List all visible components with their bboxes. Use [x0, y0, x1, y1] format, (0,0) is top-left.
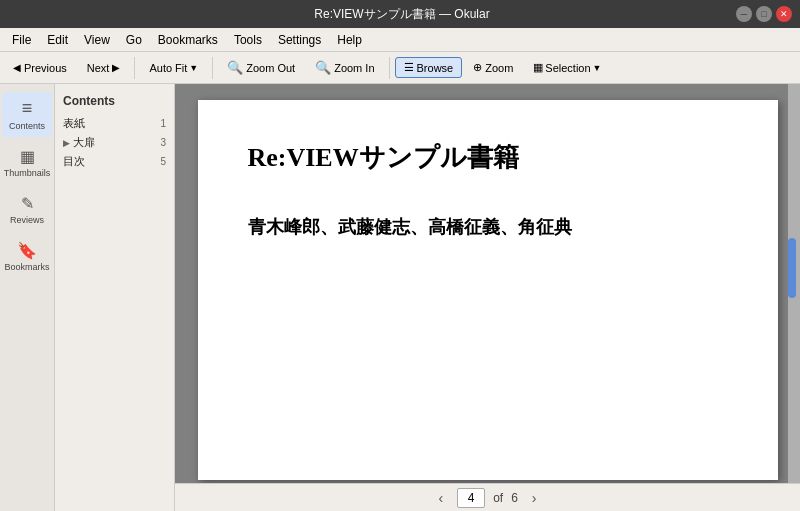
list-item[interactable]: ▶ 大扉 3: [55, 133, 174, 152]
next-label: Next: [87, 62, 110, 74]
contents-panel: Contents 表紙 1 ▶ 大扉 3 目次 5: [55, 84, 174, 511]
menu-go[interactable]: Go: [118, 31, 150, 49]
sidebar-item-contents[interactable]: ≡ Contents: [2, 92, 52, 137]
auto-fit-label: Auto Fit: [149, 62, 187, 74]
page-next-button[interactable]: ›: [526, 488, 543, 508]
contents-item-page: 3: [160, 137, 166, 148]
zoom-in-button[interactable]: 🔍 Zoom In: [306, 56, 383, 79]
auto-fit-button[interactable]: Auto Fit ▼: [140, 58, 207, 78]
zoom-icon: ⊕: [473, 61, 482, 74]
sidebar-contents-label: Contents: [9, 121, 45, 131]
page-prev-button[interactable]: ‹: [432, 488, 449, 508]
pdf-page: Re:VIEWサンプル書籍 青木峰郎、武藤健志、高橋征義、角征典: [198, 100, 778, 480]
contents-item-label: 表紙: [63, 116, 160, 131]
list-item[interactable]: 表紙 1: [55, 114, 174, 133]
page-number-input[interactable]: [457, 488, 485, 508]
menu-help[interactable]: Help: [329, 31, 370, 49]
bookmarks-icon: 🔖: [17, 241, 37, 260]
selection-arrow: ▼: [593, 63, 602, 73]
main-area: ≡ Contents ▦ Thumbnails ✎ Reviews 🔖 Book…: [0, 84, 800, 511]
menubar: File Edit View Go Bookmarks Tools Settin…: [0, 28, 800, 52]
zoom-out-label: Zoom Out: [246, 62, 295, 74]
menu-tools[interactable]: Tools: [226, 31, 270, 49]
zoom-out-icon: 🔍: [227, 60, 243, 75]
total-pages: 6: [511, 491, 518, 505]
list-item[interactable]: 目次 5: [55, 152, 174, 171]
expand-icon: ▶: [63, 138, 70, 148]
zoom-out-button[interactable]: 🔍 Zoom Out: [218, 56, 304, 79]
next-button[interactable]: Next ▶: [78, 58, 130, 78]
auto-fit-arrow: ▼: [189, 63, 198, 73]
page-of-label: of: [493, 491, 503, 505]
previous-label: Previous: [24, 62, 67, 74]
contents-item-label: 大扉: [73, 135, 160, 150]
pdf-authors: 青木峰郎、武藤健志、高橋征義、角征典: [248, 215, 728, 239]
close-button[interactable]: ✕: [776, 6, 792, 22]
thumbnails-icon: ▦: [20, 147, 35, 166]
sidebar-item-reviews[interactable]: ✎ Reviews: [2, 188, 52, 231]
contents-item-page: 1: [160, 118, 166, 129]
sidebar-inner: ≡ Contents ▦ Thumbnails ✎ Reviews 🔖 Book…: [0, 84, 174, 511]
sidebar: ≡ Contents ▦ Thumbnails ✎ Reviews 🔖 Book…: [0, 84, 175, 511]
separator-1: [134, 57, 135, 79]
toolbar: ◀ Previous Next ▶ Auto Fit ▼ 🔍 Zoom Out …: [0, 52, 800, 84]
zoom-in-icon: 🔍: [315, 60, 331, 75]
window-controls: ─ □ ✕: [736, 6, 792, 22]
scrollbar-thumb[interactable]: [788, 238, 796, 298]
titlebar-title: Re:VIEWサンプル書籍 — Okular: [68, 6, 736, 23]
viewer-container: Re:VIEWサンプル書籍 青木峰郎、武藤健志、高橋征義、角征典 ‹ of 6 …: [175, 84, 800, 511]
sidebar-reviews-label: Reviews: [10, 215, 44, 225]
selection-button[interactable]: ▦ Selection ▼: [524, 57, 610, 78]
zoom-in-label: Zoom In: [334, 62, 374, 74]
browse-icon: ☰: [404, 61, 414, 74]
sidebar-icons: ≡ Contents ▦ Thumbnails ✎ Reviews 🔖 Book…: [0, 84, 55, 511]
menu-file[interactable]: File: [4, 31, 39, 49]
menu-view[interactable]: View: [76, 31, 118, 49]
menu-bookmarks[interactable]: Bookmarks: [150, 31, 226, 49]
zoom-button[interactable]: ⊕ Zoom: [464, 57, 522, 78]
browse-label: Browse: [417, 62, 454, 74]
separator-2: [212, 57, 213, 79]
zoom-label: Zoom: [485, 62, 513, 74]
contents-item-page: 5: [160, 156, 166, 167]
selection-label: Selection: [545, 62, 590, 74]
previous-icon: ◀: [13, 62, 21, 73]
sidebar-item-thumbnails[interactable]: ▦ Thumbnails: [2, 141, 52, 184]
bottom-bar: ‹ of 6 ›: [175, 483, 800, 511]
sidebar-bookmarks-label: Bookmarks: [5, 262, 50, 272]
contents-item-label: 目次: [63, 154, 160, 169]
browse-button[interactable]: ☰ Browse: [395, 57, 463, 78]
minimize-button[interactable]: ─: [736, 6, 752, 22]
menu-settings[interactable]: Settings: [270, 31, 329, 49]
viewer-area: Re:VIEWサンプル書籍 青木峰郎、武藤健志、高橋征義、角征典: [175, 84, 800, 483]
selection-icon: ▦: [533, 61, 543, 74]
titlebar: Re:VIEWサンプル書籍 — Okular ─ □ ✕: [0, 0, 800, 28]
next-icon: ▶: [112, 62, 120, 73]
reviews-icon: ✎: [21, 194, 34, 213]
contents-header: Contents: [55, 88, 174, 114]
contents-icon: ≡: [22, 98, 33, 119]
separator-3: [389, 57, 390, 79]
pdf-title: Re:VIEWサンプル書籍: [248, 140, 728, 175]
sidebar-item-bookmarks[interactable]: 🔖 Bookmarks: [2, 235, 52, 278]
menu-edit[interactable]: Edit: [39, 31, 76, 49]
maximize-button[interactable]: □: [756, 6, 772, 22]
sidebar-thumbnails-label: Thumbnails: [4, 168, 51, 178]
previous-button[interactable]: ◀ Previous: [4, 58, 76, 78]
scrollbar-track[interactable]: [788, 84, 800, 483]
